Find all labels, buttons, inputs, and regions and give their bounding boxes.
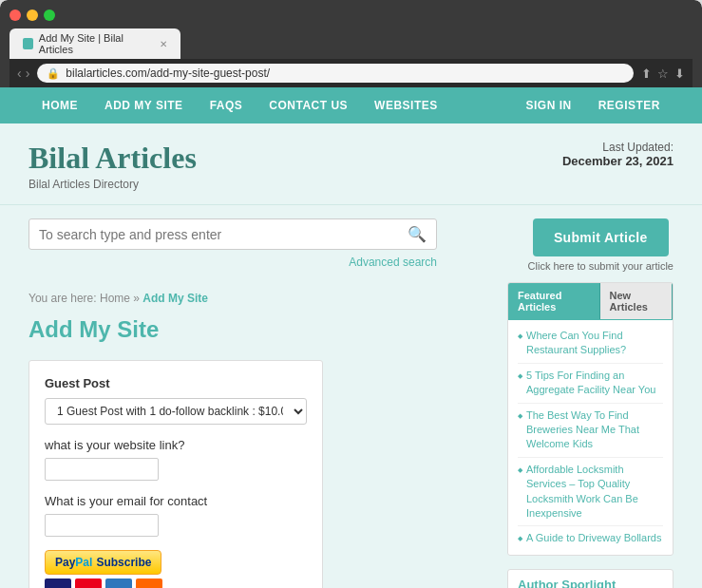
site-branding: Bilal Articles Bilal Articles Directory [28,141,197,191]
browser-tab[interactable]: Add My Site | Bilal Articles ✕ [9,28,180,59]
nav-faqs[interactable]: FAQS [197,87,256,123]
search-section: 🔍 Advanced search Submit Article Click h… [0,205,702,282]
breadcrumb-you-are-here: You are here: [28,292,97,305]
nav-left: HOME ADD MY SITE FAQS CONTACT US WEBSITE… [28,87,451,123]
last-updated-date: December 23, 2021 [562,154,674,168]
tab-new-articles[interactable]: New Articles [600,283,673,319]
search-bar: 🔍 [28,218,437,250]
last-updated-label: Last Updated: [562,141,674,154]
author-spotlight-box: Author Sporlight Mian Bilal Listed : 560 [507,569,674,588]
list-item[interactable]: Affordable Locksmith Services – Top Qual… [518,458,663,527]
paypal-section: PayPal Subscribe [45,550,307,588]
advanced-search-link[interactable]: Advanced search [28,254,437,269]
guest-post-select[interactable]: 1 Guest Post with 1 do-follow backlink :… [45,398,307,425]
main-nav: HOME ADD MY SITE FAQS CONTACT US WEBSITE… [0,87,702,123]
articles-list: Where Can You Find Restaurant Supplies? … [508,320,673,555]
tab-favicon [23,38,33,49]
breadcrumb-separator: » [133,292,140,305]
sidebar-tabs: Featured Articles New Articles [508,283,673,320]
close-dot[interactable] [9,9,21,21]
bookmark-icon[interactable]: ☆ [657,66,669,81]
nav-right: SIGN IN REGISTER [512,87,674,123]
submit-article-label: Submit Article [554,230,648,245]
featured-articles-box: Featured Articles New Articles Where Can… [507,282,674,556]
website-link-input[interactable] [45,458,159,481]
lock-icon: 🔒 [47,67,60,80]
page-title: Add My Site [28,316,484,343]
advanced-search-anchor[interactable]: Advanced search [349,256,437,269]
add-my-site-form: Guest Post 1 Guest Post with 1 do-follow… [28,360,323,588]
maximize-dot[interactable] [44,9,55,21]
address-bar: ‹ › 🔒 bilalarticles.com/add-my-site-gues… [9,59,693,87]
tab-title: Add My Site | Bilal Articles [39,32,148,55]
list-item[interactable]: Where Can You Find Restaurant Supplies? [518,324,663,364]
paypal-logo: PayPal [55,556,92,569]
email-label: What is your email for contact [45,494,307,508]
amex-icon [105,579,132,588]
share-icon[interactable]: ⬆ [641,66,652,81]
nav-register[interactable]: REGISTER [585,87,674,123]
discover-icon [136,579,162,588]
back-button[interactable]: ‹ [17,66,22,81]
breadcrumb: You are here: Home » Add My Site [28,282,484,311]
tab-close-icon[interactable]: ✕ [160,39,167,49]
site-title: Bilal Articles [28,141,197,176]
guest-post-label: Guest Post [45,376,307,390]
content-left: You are here: Home » Add My Site Add My … [28,282,484,588]
author-spotlight-title: Author Sporlight [508,570,673,588]
paypal-subscribe-button[interactable]: PayPal Subscribe [45,550,161,575]
breadcrumb-home[interactable]: Home [100,292,130,305]
nav-home[interactable]: HOME [28,87,91,123]
forward-button[interactable]: › [26,66,30,81]
tab-featured-articles[interactable]: Featured Articles [508,283,600,319]
search-input[interactable] [39,227,408,242]
nav-contact-us[interactable]: CONTACT US [256,87,361,123]
list-item[interactable]: A Guide to Driveway Bollards [518,526,663,550]
visa-icon [45,579,71,588]
browser-window: HOME ADD MY SITE FAQS CONTACT US WEBSITE… [0,87,702,588]
submit-article-button[interactable]: Submit Article [533,218,669,256]
last-updated: Last Updated: December 23, 2021 [562,141,674,168]
nav-add-my-site[interactable]: ADD MY SITE [91,87,197,123]
submit-article-sub: Click here to submit your article [528,260,674,272]
list-item[interactable]: 5 Tips For Finding an Aggregate Facility… [518,364,663,404]
download-icon[interactable]: ⬇ [674,66,685,81]
minimize-dot[interactable] [27,9,38,21]
mastercard-icon [75,579,102,588]
main-content: You are here: Home » Add My Site Add My … [0,282,702,588]
paypal-card-icons [45,579,307,588]
breadcrumb-current[interactable]: Add My Site [142,292,208,305]
url-field[interactable]: 🔒 bilalarticles.com/add-my-site-guest-po… [37,64,634,83]
subscribe-label: Subscribe [96,556,151,569]
email-input[interactable] [45,514,159,537]
site-subtitle: Bilal Articles Directory [28,178,197,191]
list-item[interactable]: The Best Way To Find Breweries Near Me T… [518,404,663,458]
url-text: bilalarticles.com/add-my-site-guest-post… [66,66,270,80]
nav-sign-in[interactable]: SIGN IN [512,87,584,123]
site-header: Bilal Articles Bilal Articles Directory … [0,123,702,205]
nav-websites[interactable]: WEBSITES [361,87,451,123]
content-right: Featured Articles New Articles Where Can… [507,282,674,588]
website-link-label: what is your website link? [45,438,307,452]
search-icon[interactable]: 🔍 [408,225,427,243]
